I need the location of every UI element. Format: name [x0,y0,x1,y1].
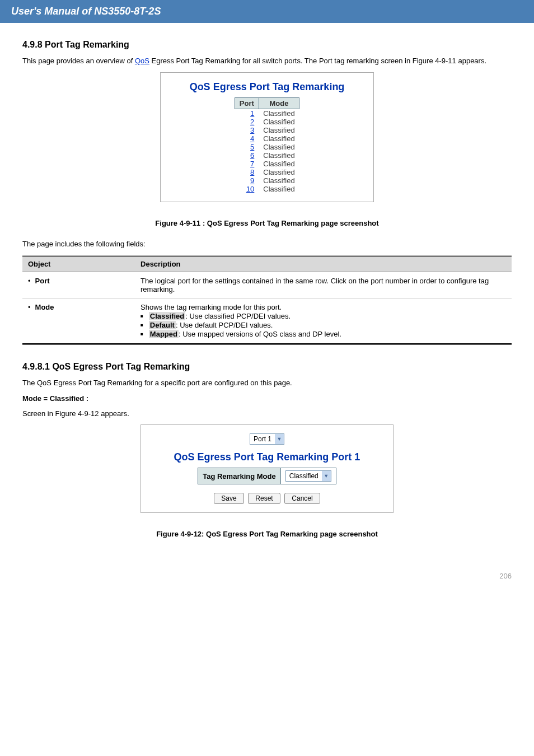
table-row-mode: Classified [259,185,299,193]
port-link[interactable]: 2 [250,118,254,126]
table-row-port: 6 [235,151,259,160]
port-link[interactable]: 4 [250,134,254,143]
table-row-mode: Classified [259,168,299,176]
section-description: This page provides an overview of QoS Eg… [22,55,512,67]
table-row-port: 1 [235,109,259,118]
table-row-port: 10 [235,185,259,193]
table-row-port: 8 [235,168,259,176]
description-table: Object Description •Port The logical por… [22,255,512,345]
cancel-button[interactable]: Cancel [284,493,320,504]
section-title: 4.9.8 Port Tag Remarking [22,40,512,50]
desc-row-port-text: The logical port for the settings contai… [135,272,512,298]
col-header-mode: Mode [259,97,299,109]
button-row: Save Reset Cancel [147,493,387,504]
desc-row-port-object: •Port [22,272,135,298]
mode-classified-desc: Screen in Figure 4-9-12 appears. [22,408,512,419]
mode-option-text: : Use default PCP/DEI values. [176,321,273,329]
save-button[interactable]: Save [214,493,243,504]
table-row-mode: Classified [259,160,299,168]
table-row-port: 2 [235,118,259,126]
desc-intro: The page includes the following fields: [22,239,512,250]
subsection-title: 4.9.8.1 QoS Egress Port Tag Remarking [22,362,512,372]
chevron-down-icon: ▼ [322,471,331,481]
page-footer: 206 [0,566,534,597]
table-row-mode: Classified [259,126,299,134]
port-link[interactable]: 1 [250,109,254,118]
desc-header-description: Description [135,256,512,272]
chevron-down-icon: ▼ [275,434,284,444]
table-row-port: 4 [235,134,259,143]
desc-row-mode-text: Shows the tag remarking mode for this po… [135,298,512,344]
mode-option-text: : Use classified PCP/DEI values. [185,312,291,320]
figure-2-box: Port 1 ▼ QoS Egress Port Tag Remarking P… [140,424,394,513]
desc-header-object: Object [22,256,135,272]
tag-mode-dropdown[interactable]: Classified ▼ [285,470,331,482]
table-row-mode: Classified [259,151,299,160]
reset-button[interactable]: Reset [248,493,280,504]
figure-2-caption: Figure 4-9-12: QoS Egress Port Tag Remar… [22,530,512,538]
table-row-mode: Classified [259,143,299,151]
port-select-dropdown[interactable]: Port 1 ▼ [250,433,284,445]
qos-link[interactable]: QoS [135,57,149,65]
figure-2-title: QoS Egress Port Tag Remarking Port 1 [147,451,387,463]
port-link[interactable]: 3 [250,126,254,134]
table-row-port: 5 [235,143,259,151]
mode-option-label: Classified [149,312,185,320]
subsection-line1: The QoS Egress Port Tag Remarking for a … [22,377,512,389]
header-text: User's Manual of NS3550-8T-2S [11,6,161,17]
table-row-port: 7 [235,160,259,168]
mode-option-text: : Use mapped versions of QoS class and D… [179,330,341,338]
table-row-mode: Classified [259,176,299,185]
port-link[interactable]: 10 [246,185,254,193]
tag-remarking-mode-table: Tag Remarking Mode Classified ▼ [198,468,336,484]
desc-row-mode-object: •Mode [22,298,135,344]
table-row-mode: Classified [259,134,299,143]
figure-1-box: QoS Egress Port Tag Remarking Port Mode … [160,72,374,202]
figure-1-title: QoS Egress Port Tag Remarking [166,81,368,93]
port-link[interactable]: 8 [250,168,254,176]
port-link[interactable]: 5 [250,143,254,151]
col-header-port: Port [235,97,259,109]
tag-mode-value-cell: Classified ▼ [280,468,336,484]
table-row-port: 3 [235,126,259,134]
port-mode-table: Port Mode 1Classified2Classified3Classif… [235,97,299,193]
mode-option-label: Default [149,321,176,329]
mode-option-label: Mapped [149,330,179,338]
table-row-mode: Classified [259,109,299,118]
table-row-mode: Classified [259,118,299,126]
tag-mode-label: Tag Remarking Mode [198,468,281,484]
figure-1-caption: Figure 4-9-11 : QoS Egress Port Tag Rema… [22,219,512,227]
table-row-port: 9 [235,176,259,185]
port-link[interactable]: 9 [250,176,254,185]
page-header: User's Manual of NS3550-8T-2S [0,0,534,23]
mode-classified-label: Mode = Classified : [22,394,512,403]
port-link[interactable]: 6 [250,151,254,160]
page-number: 206 [499,572,512,580]
port-link[interactable]: 7 [250,160,254,168]
